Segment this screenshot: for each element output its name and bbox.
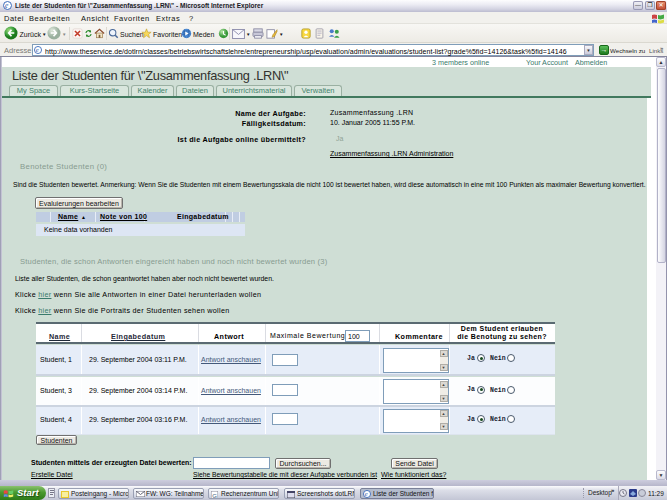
svg-text:e: e — [365, 490, 368, 497]
svg-text:G: G — [212, 492, 217, 498]
svg-text:e: e — [36, 46, 39, 53]
